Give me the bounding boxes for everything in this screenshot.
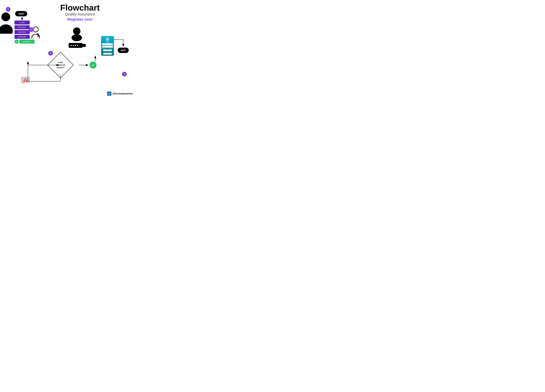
svg-point-18 — [72, 34, 82, 41]
login-card: LOGIN Username 👤 Password 🔒 Remember me … — [101, 36, 114, 56]
login-title-label: LOGIN — [105, 42, 110, 43]
step-badge-3: 3 — [48, 51, 53, 55]
svg-point-22 — [75, 45, 76, 46]
end-pill: end — [118, 48, 129, 53]
field-email: e-mail — [14, 21, 30, 24]
decision-diamond: Is the password correct? — [49, 54, 72, 77]
field-password: password — [14, 35, 30, 39]
svg-point-17 — [73, 27, 81, 35]
check-confirm-icon — [14, 40, 19, 44]
svg-point-21 — [73, 45, 74, 46]
step-badge-2: 2 — [29, 27, 33, 32]
svg-rect-24 — [82, 44, 86, 47]
user-icon-center — [68, 27, 85, 42]
linkedin-badge: in @fernandamelreis — [107, 91, 133, 96]
login-username-field: Username 👤 — [102, 43, 113, 45]
step-badge-4: 4 — [122, 72, 127, 76]
svg-point-31 — [106, 39, 109, 40]
linkedin-icon: in — [107, 91, 111, 96]
svg-point-23 — [77, 45, 78, 46]
large-person-icon — [0, 11, 14, 34]
svg-rect-28 — [25, 79, 26, 81]
start-pill: start — [15, 11, 27, 16]
create-account-button[interactable]: Create account — [103, 53, 112, 54]
field-username: username — [14, 30, 30, 34]
svg-point-13 — [0, 24, 13, 34]
login-password-field: Password 🔒 — [102, 46, 113, 48]
svg-marker-26 — [23, 83, 25, 85]
svg-point-30 — [107, 38, 108, 39]
quality-assurance-subtitle: Quality Assurance — [60, 12, 100, 17]
remember-me-text: Remember me — [102, 48, 106, 49]
svg-point-12 — [1, 12, 10, 21]
step-badge-1: 1 — [6, 7, 11, 12]
svg-marker-16 — [37, 36, 38, 37]
login-now-button[interactable]: Login Now — [103, 49, 112, 51]
login-avatar — [106, 37, 109, 41]
svg-point-29 — [25, 81, 26, 82]
svg-point-14 — [33, 27, 38, 32]
page-title-area: Flowchart Quality Assurance Register use… — [60, 4, 100, 22]
alert-error-bubble — [20, 76, 31, 86]
register-user-label: Register user — [60, 17, 100, 22]
flowchart-title: Flowchart — [60, 4, 100, 12]
forgot-password-text: Forgot password ? — [108, 48, 113, 49]
field-fullname: full name — [14, 25, 30, 29]
password-correct-check — [90, 61, 97, 68]
field-confirm-password: password — [19, 40, 34, 43]
svg-point-20 — [71, 45, 72, 46]
linkedin-handle: @fernandamelreis — [112, 92, 133, 95]
usb-keyboard-icon — [68, 42, 86, 49]
svg-rect-15 — [37, 33, 40, 37]
not-member-text: Not a member ? — [105, 52, 110, 52]
